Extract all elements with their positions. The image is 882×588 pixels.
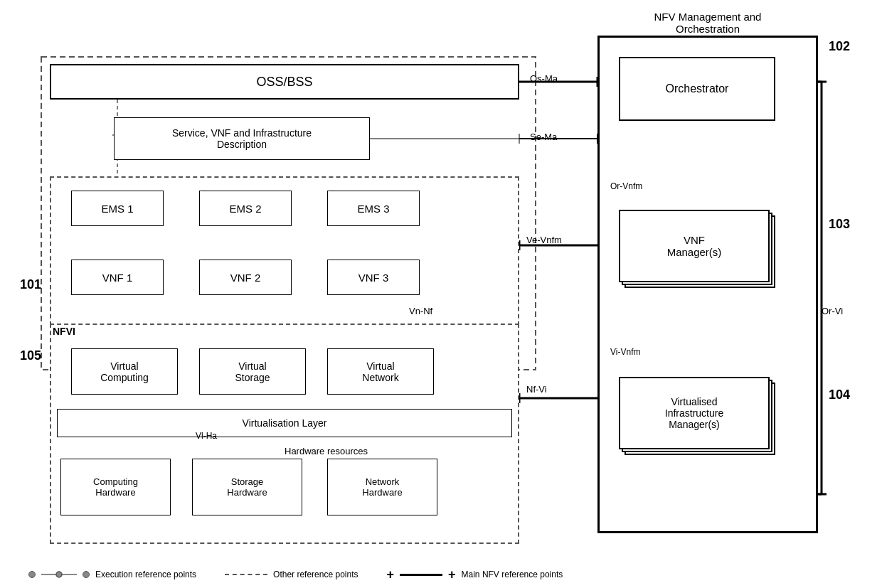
computing-hw-box: ComputingHardware (60, 459, 171, 515)
orchestrator-label: Orchestrator (666, 82, 729, 95)
ve-vnfm-label: Ve-Vnfm (526, 235, 562, 245)
vnf1-box: VNF 1 (71, 260, 164, 295)
vnf2-label: VNF 2 (230, 272, 261, 284)
orchestrator-box: Orchestrator (619, 57, 775, 121)
ems2-box: EMS 2 (199, 191, 292, 226)
svg-point-43 (56, 572, 62, 577)
ems2-label: EMS 2 (229, 203, 261, 215)
ref-105: 105 (20, 348, 41, 363)
exec-dot-right-icon (83, 571, 90, 578)
virtual-network-box: VirtualNetwork (327, 348, 434, 395)
ems3-box: EMS 3 (327, 191, 420, 226)
main-cross-right-icon: + (448, 568, 456, 581)
hw-resources-label: Hardware resources (285, 446, 368, 456)
exec-line-icon (41, 571, 77, 578)
vim-stack: VirtualisedInfrastructureManager(s) (619, 377, 775, 455)
or-vi-label: Or-Vi (822, 306, 843, 316)
virtual-storage-label: VirtualStorage (235, 360, 270, 383)
ref-102: 102 (829, 39, 850, 54)
legend-other-label: Other reference points (273, 570, 358, 579)
vnf3-label: VNF 3 (358, 272, 389, 284)
or-vnfm-label: Or-Vnfm (610, 181, 642, 191)
service-desc-label: Service, VNF and InfrastructureDescripti… (172, 127, 312, 150)
network-hw-box: NetworkHardware (327, 459, 437, 515)
vnf-manager-stack: VNFManager(s) (619, 210, 775, 288)
ref-103: 103 (829, 217, 850, 232)
nf-vi-label: Nf-Vi (526, 384, 547, 395)
nfv-mgmt-title: NFV Management andOrchestration (597, 11, 818, 35)
oss-bss-label: OSS/BSS (256, 75, 312, 90)
storage-hw-box: StorageHardware (192, 459, 302, 515)
legend-main-label: Main NFV reference points (462, 570, 563, 579)
vnf3-box: VNF 3 (327, 260, 420, 295)
vim-box: VirtualisedInfrastructureManager(s) (619, 377, 770, 449)
exec-dot-icon (28, 571, 36, 578)
nfv-mgmt-title-label: NFV Management andOrchestration (654, 11, 762, 35)
legend-main-item: + + Main NFV reference points (387, 568, 563, 581)
oss-bss-box: OSS/BSS (50, 64, 519, 100)
virt-layer-box: Virtualisation Layer (57, 409, 512, 437)
vi-ha-label: Vl-Ha (196, 431, 217, 441)
vnf2-box: VNF 2 (199, 260, 292, 295)
nfvi-label: NFVI (53, 326, 75, 337)
legend-exec-item: Execution reference points (28, 570, 196, 579)
vnf-manager-label: VNFManager(s) (667, 234, 722, 258)
vim-label: VirtualisedInfrastructureManager(s) (665, 396, 723, 430)
virtual-computing-label: VirtualComputing (100, 360, 149, 383)
network-hw-label: NetworkHardware (362, 476, 402, 498)
legend-other-item: Other reference points (225, 570, 358, 579)
ref-101: 101 (20, 277, 41, 292)
se-ma-label: Se-Ma (530, 132, 557, 142)
storage-hw-label: StorageHardware (227, 476, 267, 498)
ems1-box: EMS 1 (71, 191, 164, 226)
main-cross-icon: + (387, 568, 395, 581)
vi-vnfm-label: Vi-Vnfm (610, 347, 640, 357)
computing-hw-label: ComputingHardware (93, 476, 138, 498)
ems1-label: EMS 1 (101, 203, 133, 215)
legend-exec-label: Execution reference points (95, 570, 196, 579)
vnf-manager-box: VNFManager(s) (619, 210, 770, 282)
other-dashed-line-icon (225, 574, 267, 575)
os-ma-label: Os-Ma (530, 73, 558, 84)
main-line-icon (400, 574, 442, 576)
ems3-label: EMS 3 (357, 203, 389, 215)
diagram-container: OSS/BSS Service, VNF and InfrastructureD… (0, 0, 882, 588)
virtual-storage-box: VirtualStorage (199, 348, 306, 395)
legend: Execution reference points Other referen… (28, 568, 563, 581)
ref-104: 104 (829, 387, 850, 402)
virtual-network-label: VirtualNetwork (362, 360, 398, 383)
vnf1-label: VNF 1 (102, 272, 133, 284)
virt-layer-label: Virtualisation Layer (243, 417, 327, 429)
vn-nf-label: Vn-Nf (409, 306, 432, 316)
virtual-computing-box: VirtualComputing (71, 348, 178, 395)
service-desc-box: Service, VNF and InfrastructureDescripti… (114, 117, 370, 160)
